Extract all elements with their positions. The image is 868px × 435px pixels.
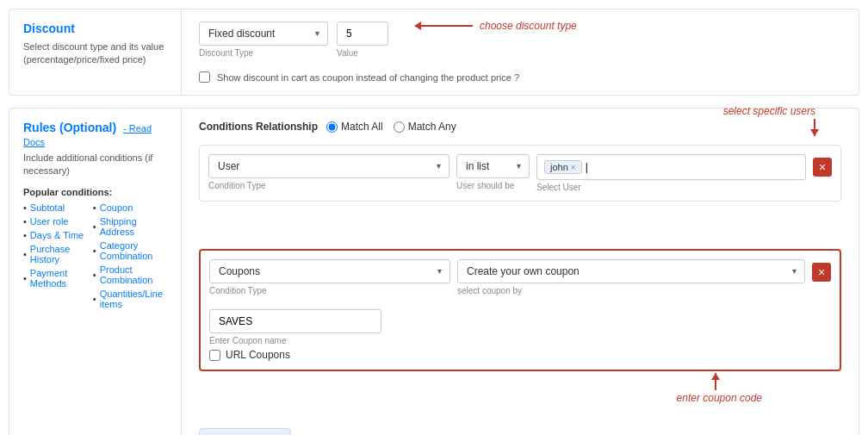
radio-group: Match All Match Any — [326, 121, 456, 133]
coupon-condition-outer: Coupons User Subtotal Condition Type Cre… — [199, 249, 841, 371]
match-any-radio[interactable] — [394, 121, 405, 133]
url-checkbox-row: URL Coupons — [209, 349, 831, 361]
enter-coupon-annotation: enter coupon code — [670, 373, 762, 404]
user-condition-type-label: Condition Type — [208, 181, 450, 190]
user-condition-wrapper: select specific users User — [199, 145, 841, 202]
add-condition-area: Add condition — [199, 423, 841, 435]
enter-coupon-arrow-line — [715, 373, 716, 390]
coupon-condition-row: Coupons User Subtotal Condition Type Cre… — [199, 249, 841, 371]
tag-close-btn[interactable]: × — [571, 163, 576, 172]
user-tags-input[interactable]: john × — [536, 154, 806, 180]
condition-coupon[interactable]: Coupon — [93, 202, 167, 213]
show-coupon-checkbox[interactable] — [199, 71, 210, 83]
arrow-horiz-line — [421, 25, 473, 27]
condition-product-combination[interactable]: Product Combination — [93, 264, 167, 285]
coupon-name-input[interactable] — [209, 309, 381, 333]
discount-title: Discount — [23, 22, 167, 35]
coupon-controls-row: Coupons User Subtotal Condition Type Cre… — [209, 259, 831, 295]
coupon-name-label: Enter Coupon name — [209, 336, 831, 345]
rules-title: Rules (Optional) - Read Docs — [23, 121, 167, 148]
discount-left-panel: Discount Select discount type and its va… — [9, 9, 182, 95]
match-all-label[interactable]: Match All — [326, 121, 383, 133]
condition-quantities-line-items[interactable]: Quantities/Line items — [93, 289, 167, 309]
user-should-be-label: User should be — [456, 181, 530, 190]
rules-right-panel: Conditions Relationship Match All Match … — [182, 109, 859, 435]
discount-value-input[interactable] — [337, 22, 388, 46]
enter-coupon-arrowhead — [711, 373, 720, 380]
url-coupons-checkbox[interactable] — [209, 350, 220, 361]
coupon-sub-row: Enter Coupon name URL Coupons — [209, 302, 831, 361]
condition-subtotal[interactable]: Subtotal — [23, 202, 84, 213]
match-any-label[interactable]: Match Any — [394, 121, 456, 133]
enter-coupon-annotation-text: enter coupon code — [677, 392, 762, 404]
discount-section: Discount Select discount type and its va… — [9, 9, 859, 96]
user-condition-row: User Coupon Subtotal Condition Type in l… — [199, 145, 841, 202]
arrow-left-head — [414, 22, 421, 30]
discount-value-label: Value — [337, 48, 388, 58]
create-coupon-select[interactable]: Create your own coupon Existing coupon — [457, 259, 805, 283]
condition-category-combination[interactable]: Category Combination — [93, 240, 167, 261]
show-coupon-label: Show discount in cart as coupon instead … — [217, 72, 519, 83]
select-users-arrow-line — [814, 119, 815, 136]
select-users-annotation: select specific users — [716, 105, 815, 136]
match-all-radio[interactable] — [326, 121, 338, 133]
tag-text: john — [550, 162, 568, 172]
coupon-by-label: select coupon by — [457, 286, 805, 295]
discount-type-label: Discount Type — [199, 48, 328, 58]
conditions-col-2: Coupon Shipping Address Category Combina… — [93, 202, 167, 309]
rules-section: Rules (Optional) - Read Docs Include add… — [9, 108, 859, 435]
user-operator-select[interactable]: in list not in — [456, 154, 530, 178]
url-coupons-label: URL Coupons — [226, 349, 290, 361]
discount-desc: Select discount type and its value (perc… — [23, 40, 167, 67]
condition-shipping-address[interactable]: Shipping Address — [93, 216, 167, 237]
discount-annotation-area: choose discount type — [414, 20, 577, 32]
conditions-grid: Subtotal User role Days & Time Purchase … — [23, 202, 167, 309]
condition-payment-methods[interactable]: Payment Methods — [23, 268, 84, 289]
coupon-condition-delete-btn[interactable]: × — [812, 263, 831, 282]
select-users-annotation-text: select specific users — [723, 105, 815, 117]
user-search-input[interactable] — [586, 161, 620, 173]
condition-user-role[interactable]: User role — [23, 216, 84, 227]
coupon-condition-type-label: Condition Type — [209, 286, 450, 295]
user-condition-delete-btn[interactable]: × — [813, 158, 832, 177]
select-user-label: Select User — [536, 183, 806, 192]
select-users-arrowhead — [810, 129, 819, 136]
conditions-col-1: Subtotal User role Days & Time Purchase … — [23, 202, 84, 309]
rules-desc: Include additional conditions (if necess… — [23, 152, 167, 178]
rules-title-text: Rules (Optional) — [23, 121, 116, 134]
condition-purchase-history[interactable]: Purchase History — [23, 244, 84, 264]
condition-days-time[interactable]: Days & Time — [23, 230, 84, 240]
discount-annotation-text: choose discount type — [480, 20, 577, 32]
conditions-relationship-label: Conditions Relationship — [199, 121, 318, 133]
coupon-condition-type-select[interactable]: Coupons User Subtotal — [209, 259, 450, 283]
popular-conditions-title: Popular conditions: — [23, 187, 167, 197]
discount-type-select[interactable]: Fixed discount Percentage discount Price… — [199, 22, 328, 46]
rules-left-panel: Rules (Optional) - Read Docs Include add… — [9, 109, 182, 435]
add-condition-button[interactable]: Add condition — [199, 428, 291, 435]
discount-right-panel: Fixed discount Percentage discount Price… — [182, 9, 859, 95]
user-condition-type-select[interactable]: User Coupon Subtotal — [208, 154, 450, 178]
user-tag-john: john × — [544, 160, 582, 174]
